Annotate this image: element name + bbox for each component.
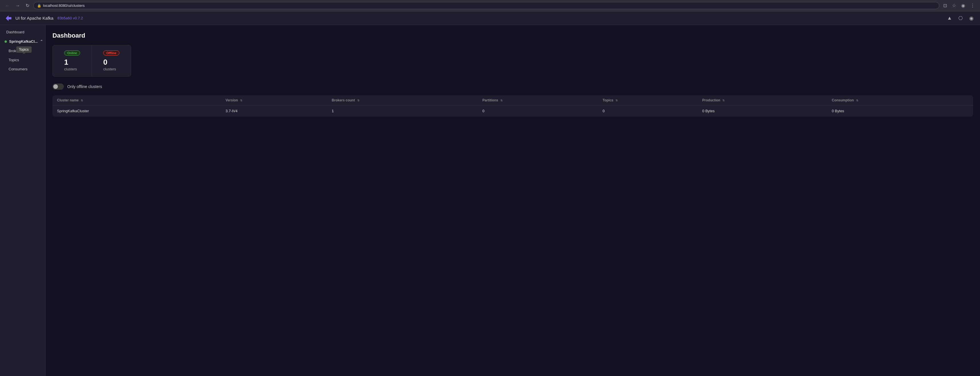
github-icon[interactable]: ⎔ [957,14,965,22]
reload-button[interactable]: ↻ [24,2,31,10]
back-button[interactable]: ← [3,2,11,10]
star-icon[interactable]: ☆ [950,2,958,10]
sidebar-item-topics-wrapper: Topics Topics [2,56,45,64]
table-row[interactable]: SpringKafkaCluster3.7-IV41000 Bytes0 Byt… [52,105,973,117]
cluster-name: SpringKafkaCl... [9,39,38,44]
sidebar-sub-items: Brokers Topics Topics Consumers [0,46,45,74]
sidebar-item-dashboard[interactable]: Dashboard [2,28,44,36]
browser-actions: ⊡ ☆ ◉ ⋮ [942,2,977,10]
table-header: Cluster name ⇅ Version ⇅ Brokers count ⇅… [52,95,973,105]
sort-icon-topics: ⇅ [616,99,618,102]
url-text: localhost:8080/ui/clusters [43,3,85,8]
app-version: 83b5a60 v0.7.2 [57,16,83,20]
main-layout: Dashboard SpringKafkaCl... ⌃ Brokers Top… [0,25,980,376]
main-content: Dashboard Online 1 clusters Offline 0 cl… [46,25,980,376]
col-consumption[interactable]: Consumption ⇅ [827,95,973,105]
cell-partitions: 0 [478,105,598,117]
app-header: UI for Apache Kafka 83b5a60 v0.7.2 ▲ ⎔ ◉ [0,11,980,25]
online-count: 1 [64,58,80,67]
cell-cluster_name: SpringKafkaCluster [52,105,221,117]
cast-icon[interactable]: ⊡ [942,2,949,10]
cell-version: 3.7-IV4 [221,105,327,117]
address-bar[interactable]: 🔒 localhost:8080/ui/clusters [33,2,939,9]
offline-toggle[interactable] [52,84,64,90]
cell-production: 0 Bytes [698,105,827,117]
sort-icon-consumption: ⇅ [856,99,858,102]
profile-icon[interactable]: ◉ [959,2,967,10]
sort-icon-partitions: ⇅ [500,99,503,102]
offline-badge: Offline [103,51,119,56]
col-topics[interactable]: Topics ⇅ [598,95,698,105]
sort-icon-cluster-name: ⇅ [81,99,83,102]
offline-count: 0 [103,58,119,67]
sidebar-cluster-header[interactable]: SpringKafkaCl... ⌃ [0,37,45,46]
col-production[interactable]: Production ⇅ [698,95,827,105]
cell-consumption: 0 Bytes [827,105,973,117]
table-header-row: Cluster name ⇅ Version ⇅ Brokers count ⇅… [52,95,973,105]
sidebar-item-consumers[interactable]: Consumers [4,65,44,73]
cluster-cards: Online 1 clusters Offline 0 clusters [52,45,131,77]
app-brand: UI for Apache Kafka 83b5a60 v0.7.2 [5,14,83,22]
app-logo-icon [5,14,13,22]
sidebar: Dashboard SpringKafkaCl... ⌃ Brokers Top… [0,25,46,376]
topics-tooltip: Topics [16,46,31,53]
forward-button[interactable]: → [14,2,22,10]
toggle-row: Only offline clusters [52,84,973,90]
lock-icon: 🔒 [37,4,41,8]
sort-icon-production: ⇅ [722,99,725,102]
col-partitions[interactable]: Partitions ⇅ [478,95,598,105]
col-brokers-count[interactable]: Brokers count ⇅ [327,95,478,105]
browser-bar: ← → ↻ 🔒 localhost:8080/ui/clusters ⊡ ☆ ◉… [0,0,980,11]
cell-brokers_count: 1 [327,105,478,117]
sort-icon-brokers: ⇅ [357,99,360,102]
col-cluster-name[interactable]: Cluster name ⇅ [52,95,221,105]
header-actions: ▲ ⎔ ◉ [945,14,975,22]
user-profile-icon[interactable]: ◉ [967,14,975,22]
sidebar-item-topics[interactable]: Topics [4,56,44,64]
sort-icon-version: ⇅ [240,99,242,102]
app-name: UI for Apache Kafka [15,16,53,21]
offline-cluster-card: Offline 0 clusters [92,45,131,76]
page-title: Dashboard [52,32,973,39]
collapse-icon: ⌃ [40,39,43,44]
svg-marker-0 [6,15,11,21]
dashboard-label: Dashboard [6,30,24,34]
toggle-label: Only offline clusters [67,84,102,89]
online-label: clusters [64,67,77,71]
clusters-table: Cluster name ⇅ Version ⇅ Brokers count ⇅… [52,95,973,116]
col-version[interactable]: Version ⇅ [221,95,327,105]
table-body: SpringKafkaCluster3.7-IV41000 Bytes0 Byt… [52,105,973,117]
upgrade-icon[interactable]: ▲ [945,14,954,22]
cluster-status-dot [5,40,7,43]
online-cluster-card: Online 1 clusters [53,45,92,76]
more-menu-button[interactable]: ⋮ [969,2,977,10]
online-badge: Online [64,51,80,56]
offline-label: clusters [103,67,116,71]
cell-topics: 0 [598,105,698,117]
